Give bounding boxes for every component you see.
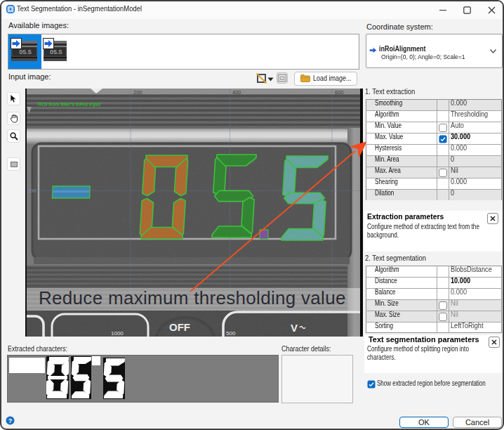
svg-text:?: ? bbox=[8, 417, 13, 424]
svg-text:05.5: 05.5 bbox=[19, 48, 32, 56]
svg-text:05.5: 05.5 bbox=[50, 48, 62, 56]
